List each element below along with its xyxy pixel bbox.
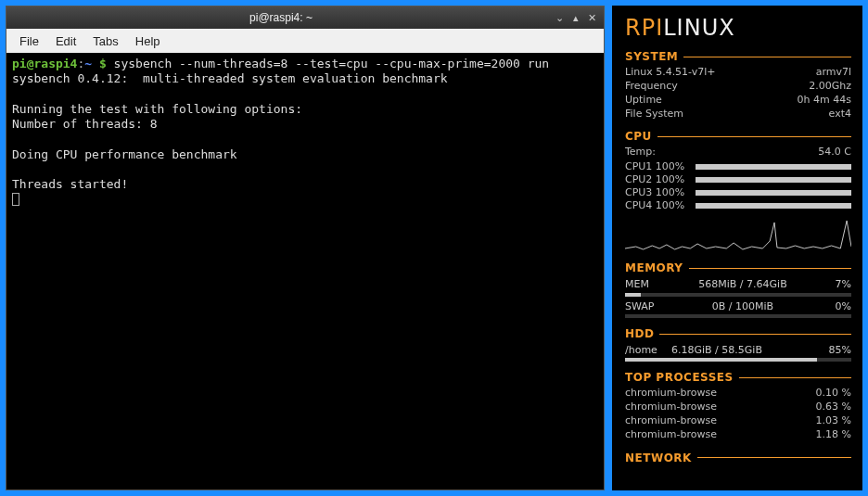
cpu-core-bar <box>696 164 851 170</box>
cpu-core-bar <box>696 203 851 209</box>
menu-help[interactable]: Help <box>128 32 168 51</box>
sys-frequency: Frequency2.00Ghz <box>625 80 851 94</box>
cpu-core-row: CPU3 100% <box>625 186 851 198</box>
process-row: chromium-browse1.03 % <box>625 414 851 428</box>
sys-uptime: Uptime0h 4m 44s <box>625 94 851 108</box>
section-rule <box>683 57 851 57</box>
window-controls: ⌄ ▴ ✕ <box>555 12 604 24</box>
section-rule <box>739 377 851 378</box>
cpu-core-bar <box>696 177 851 183</box>
terminal-window: pi@raspi4: ~ ⌄ ▴ ✕ File Edit Tabs Help p… <box>6 6 605 490</box>
terminal-output-line: Running the test with following options: <box>12 102 302 116</box>
section-rule <box>657 136 851 137</box>
section-hdd: HDD <box>625 327 851 340</box>
terminal-body[interactable]: pi@raspi4:~ $ sysbench --num-threads=8 -… <box>6 53 604 490</box>
hdd-row: /home 6.18GiB / 58.5GiB 85% <box>625 343 851 357</box>
terminal-command: sysbench --num-threads=8 --test=cpu --cp… <box>114 57 550 70</box>
swap-row: SWAP 0B / 100MiB 0% <box>625 299 851 313</box>
menu-edit[interactable]: Edit <box>48 32 83 51</box>
panel-brand: RPILINUX <box>625 15 851 41</box>
process-row: chromium-browse0.63 % <box>625 401 851 414</box>
section-network-label: NETWORK <box>625 451 692 464</box>
cpu-core-bar <box>696 190 851 196</box>
terminal-output-line: sysbench 0.4.12: multi-threaded system e… <box>12 71 448 85</box>
prompt-user: pi@raspi4 <box>12 57 77 70</box>
section-rule <box>697 457 851 458</box>
cpu-core-row: CPU2 100% <box>625 173 851 185</box>
memory-row: MEM 568MiB / 7.64GiB 7% <box>625 277 851 291</box>
terminal-output-line: Number of threads: 8 <box>12 117 158 131</box>
cpu-core-row: CPU1 100% <box>625 160 851 172</box>
system-panel: RPILINUX SYSTEM Linux 5.4.51-v7l+armv7l … <box>612 6 862 490</box>
cpu-core-label: CPU2 100% <box>625 173 690 185</box>
terminal-output-line: Threads started! <box>12 177 128 191</box>
sys-filesystem: File Systemext4 <box>625 108 851 121</box>
swap-bar <box>625 314 851 318</box>
cpu-graph <box>625 215 851 252</box>
terminal-output-line: Doing CPU performance benchmark <box>12 147 237 161</box>
section-hdd-label: HDD <box>625 327 654 340</box>
prompt-path: ~ <box>84 57 92 70</box>
cpu-temp: Temp:54.0 C <box>625 146 851 159</box>
section-memory: MEMORY <box>625 261 851 274</box>
cpu-core-label: CPU4 100% <box>625 199 690 211</box>
section-cpu-label: CPU <box>625 130 652 143</box>
menubar: File Edit Tabs Help <box>6 29 604 53</box>
section-cpu: CPU <box>625 130 851 143</box>
section-rule <box>689 268 851 269</box>
hdd-bar <box>625 358 851 362</box>
terminal-cursor <box>12 193 19 206</box>
section-system-label: SYSTEM <box>625 50 678 63</box>
section-rule <box>659 334 851 335</box>
process-row: chromium-browse0.10 % <box>625 387 851 401</box>
maximize-icon[interactable]: ▴ <box>573 12 579 24</box>
section-top-label: TOP PROCESSES <box>625 371 734 384</box>
section-system: SYSTEM <box>625 50 851 63</box>
memory-bar <box>625 293 851 297</box>
window-titlebar[interactable]: pi@raspi4: ~ ⌄ ▴ ✕ <box>6 6 604 29</box>
section-top-processes: TOP PROCESSES <box>625 371 851 384</box>
prompt-sym: $ <box>92 57 113 70</box>
sys-kernel: Linux 5.4.51-v7l+armv7l <box>625 66 851 80</box>
cpu-core-label: CPU1 100% <box>625 160 690 172</box>
cpu-core-label: CPU3 100% <box>625 186 690 198</box>
brand-linux: LINUX <box>663 15 734 41</box>
close-icon[interactable]: ✕ <box>588 12 596 24</box>
section-memory-label: MEMORY <box>625 261 683 274</box>
menu-tabs[interactable]: Tabs <box>85 32 125 51</box>
window-title: pi@raspi4: ~ <box>6 11 555 24</box>
process-row: chromium-browse1.18 % <box>625 428 851 442</box>
minimize-icon[interactable]: ⌄ <box>555 12 564 24</box>
menu-file[interactable]: File <box>12 32 46 51</box>
section-network: NETWORK <box>625 451 851 464</box>
cpu-core-row: CPU4 100% <box>625 199 851 211</box>
brand-rpi: RPI <box>625 15 663 41</box>
